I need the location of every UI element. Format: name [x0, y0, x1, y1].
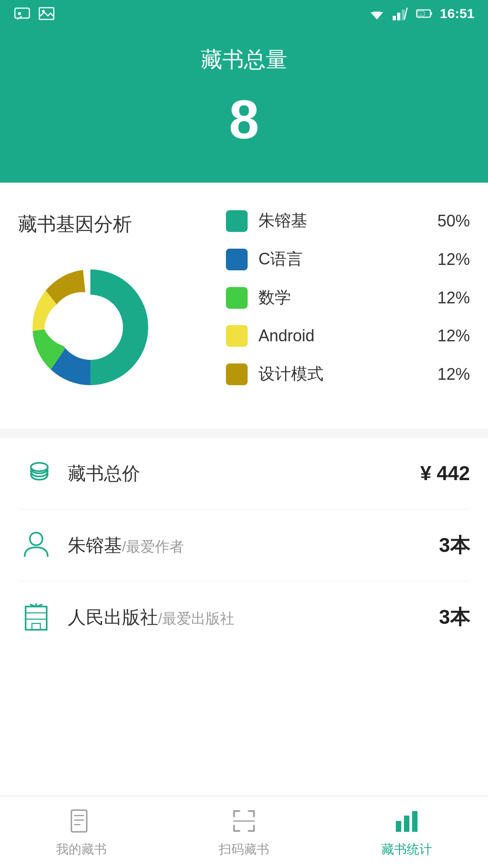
nav-label-scan: 扫码藏书 [219, 841, 269, 858]
status-right-icons: ○ 16:51 [368, 6, 474, 21]
wifi-icon [368, 7, 385, 20]
signal-icon [393, 7, 409, 20]
legend-pct: 12% [437, 365, 470, 384]
stat-value-fav-publisher: 3本 [439, 604, 470, 631]
legend-pct: 12% [437, 326, 470, 345]
svg-rect-31 [396, 821, 401, 832]
svg-text:○: ○ [420, 12, 422, 17]
stats-section: 藏书总价 ¥ 442 朱镕基/最爱作者 3本 人民出版社/最爱出版社 3本 [0, 438, 488, 653]
stat-main-fav-publisher: 人民出版社/最爱出版社 [68, 605, 439, 630]
status-left-icons [14, 5, 55, 22]
svg-point-18 [30, 533, 42, 545]
svg-rect-2 [18, 12, 21, 15]
stat-icon-total-price [18, 458, 54, 489]
legend-pct: 12% [437, 250, 470, 269]
main-content: 藏书基因分析 [0, 183, 488, 796]
legend-item: 设计模式 12% [226, 363, 470, 385]
donut-chart [18, 255, 163, 400]
svg-point-16 [58, 295, 123, 360]
chart-legend: 朱镕基 50% C语言 12% 数学 12% Android 12% 设计模式 … [199, 210, 470, 401]
header-title: 藏书总量 [9, 45, 479, 74]
building-icon [20, 601, 52, 633]
nav-item-scan[interactable]: 扫码藏书 [163, 807, 325, 858]
svg-rect-0 [15, 8, 29, 18]
svg-rect-32 [404, 816, 409, 832]
svg-rect-12 [431, 12, 432, 15]
legend-color-swatch [226, 287, 248, 309]
svg-rect-22 [32, 623, 41, 630]
nav-item-my-books[interactable]: 我的藏书 [0, 807, 163, 858]
legend-label: Android [258, 326, 437, 345]
chart-title: 藏书基因分析 [18, 212, 199, 237]
status-bar: ○ 16:51 [0, 0, 488, 27]
legend-pct: 50% [437, 212, 470, 231]
nav-icon-my-books [67, 807, 96, 835]
svg-rect-19 [26, 607, 47, 630]
header: 藏书总量 8 [0, 27, 488, 183]
stat-icon-fav-author [18, 529, 54, 561]
legend-pct: 12% [437, 288, 470, 307]
chart-section: 藏书基因分析 [0, 183, 488, 438]
stat-row-fav-publisher: 人民出版社/最爱出版社 3本 [18, 581, 470, 653]
message-icon [14, 5, 31, 22]
person-icon [20, 529, 52, 561]
stat-main-fav-author: 朱镕基/最爱作者 [68, 533, 439, 558]
legend-color-swatch [226, 249, 248, 270]
stat-row-total-price: 藏书总价 ¥ 442 [18, 438, 470, 509]
total-count: 8 [9, 92, 479, 146]
stat-icon-fav-publisher [18, 601, 54, 633]
chart-left: 藏书基因分析 [18, 212, 199, 400]
legend-label: 设计模式 [258, 363, 437, 385]
svg-point-17 [31, 463, 47, 472]
bottom-nav: 我的藏书 扫码藏书 藏书统计 [0, 796, 488, 868]
stat-value-fav-author: 3本 [439, 532, 470, 559]
legend-color-swatch [226, 325, 248, 347]
stat-row-fav-author: 朱镕基/最爱作者 3本 [18, 509, 470, 581]
nav-item-stats[interactable]: 藏书统计 [325, 807, 488, 858]
battery-icon: ○ [416, 7, 432, 20]
stat-sub: /最爱出版社 [158, 610, 235, 627]
stat-sub: /最爱作者 [122, 538, 184, 555]
nav-label-stats: 藏书统计 [381, 841, 432, 858]
svg-rect-8 [397, 13, 400, 20]
nav-icon-scan [230, 807, 258, 835]
nav-label-my-books: 我的藏书 [56, 841, 107, 858]
image-icon [38, 5, 55, 22]
stat-name: 藏书总价 [68, 463, 140, 483]
legend-color-swatch [226, 363, 248, 385]
svg-rect-33 [412, 811, 418, 832]
stat-value-total-price: ¥ 442 [420, 462, 470, 485]
svg-rect-7 [393, 16, 396, 20]
legend-item: 数学 12% [226, 287, 470, 309]
stat-name: 人民出版社/最爱出版社 [68, 607, 235, 627]
legend-item: Android 12% [226, 325, 470, 347]
svg-rect-26 [71, 810, 87, 832]
legend-label: C语言 [258, 248, 437, 270]
legend-label: 数学 [258, 287, 437, 309]
nav-icon-stats [392, 807, 421, 835]
legend-label: 朱镕基 [258, 210, 437, 232]
coins-icon [20, 458, 52, 489]
legend-color-swatch [226, 210, 248, 232]
stat-main-total-price: 藏书总价 [68, 461, 420, 486]
time-display: 16:51 [440, 6, 474, 21]
stat-name: 朱镕基/最爱作者 [68, 535, 184, 555]
legend-item: C语言 12% [226, 248, 470, 270]
legend-item: 朱镕基 50% [226, 210, 470, 232]
